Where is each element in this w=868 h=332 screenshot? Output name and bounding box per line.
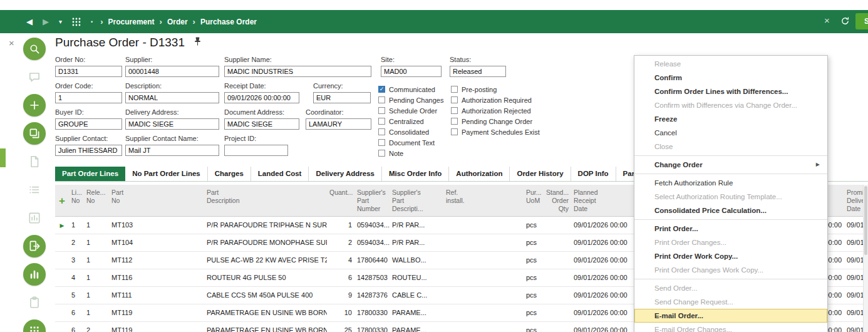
breadcrumb-item-purchase-order[interactable]: Purchase Order — [200, 18, 257, 26]
checkbox-communicated[interactable]: ✓Communicated — [378, 85, 435, 93]
pin-icon[interactable] — [194, 36, 202, 49]
checkbox-box[interactable] — [378, 139, 385, 146]
field-label: Delivery Address: — [125, 108, 219, 116]
cell-line-no: 4 — [69, 269, 84, 286]
tab-authorization[interactable]: Authorization — [449, 167, 510, 181]
breadcrumb-item-order[interactable]: Order — [167, 18, 188, 26]
checkbox-pre-posting[interactable]: Pre-posting — [451, 85, 497, 93]
cell-part-description: PARAMETRAGE EN USINE WB BORNE... — [204, 304, 327, 321]
vertical-scrollbar[interactable] — [863, 185, 868, 332]
sidebar-add-icon[interactable] — [23, 94, 46, 117]
supplier-name-input[interactable] — [224, 66, 371, 77]
checkbox-note[interactable]: Note — [378, 149, 403, 157]
project-id-input[interactable] — [224, 145, 288, 156]
menu-item-confirm-order-lines-with-differences[interactable]: Confirm Order Lines with Differences... — [634, 85, 827, 98]
sidebar-chart-icon[interactable] — [23, 207, 46, 229]
search-button[interactable]: Se — [855, 13, 868, 29]
sidebar-apps-icon[interactable] — [23, 319, 46, 332]
tab-delivery-address[interactable]: Delivery Address — [309, 167, 382, 181]
sidebar-document-icon[interactable] — [23, 150, 46, 173]
menu-item-print-order[interactable]: Print Order... — [634, 222, 827, 236]
checkbox-box[interactable] — [451, 128, 458, 135]
checkbox-box[interactable] — [378, 96, 385, 103]
checkbox-box[interactable] — [378, 128, 385, 135]
refresh-icon[interactable] — [840, 16, 850, 28]
checkbox-box[interactable] — [451, 86, 458, 93]
checkbox-box[interactable] — [451, 107, 458, 114]
cell-pur-uom: pcs — [524, 217, 544, 234]
menu-separator — [634, 155, 827, 156]
checkbox-box[interactable]: ✓ — [378, 86, 385, 93]
sidebar-comment-icon[interactable] — [23, 66, 46, 88]
coordinator-input[interactable] — [306, 118, 371, 130]
menu-item-print-order-work-copy[interactable]: Print Order Work Copy... — [634, 249, 827, 263]
sidebar-export-icon[interactable] — [23, 235, 46, 257]
tab-dop-info[interactable]: DOP Info — [571, 167, 616, 181]
menu-item-confirm[interactable]: Confirm — [634, 71, 827, 85]
sidebar-list-icon[interactable] — [23, 179, 46, 201]
checkbox-consolidated[interactable]: Consolidated — [378, 128, 429, 136]
checkbox-pending-changes[interactable]: Pending Changes — [378, 96, 443, 104]
buyer-id-input[interactable] — [55, 118, 122, 130]
tab-charges[interactable]: Charges — [208, 167, 251, 181]
description-input[interactable] — [125, 92, 219, 103]
menu-item-consolidated-price-calculation[interactable]: Consolidated Price Calculation... — [634, 204, 827, 217]
field-label: Document Address: — [224, 108, 299, 116]
cell-std-order-qty — [544, 217, 571, 234]
menu-item-e-mail-order[interactable]: E-mail Order... — [634, 309, 827, 323]
breadcrumb-item-procurement[interactable]: Procurement — [108, 18, 155, 26]
tab-misc-order-info[interactable]: Misc Order Info — [382, 167, 449, 181]
checkbox-payment-schedules-exist[interactable]: Payment Schedules Exist — [451, 128, 540, 136]
checkbox-centralized[interactable]: Centralized — [378, 117, 424, 125]
cell-supplier-part-description: P/R PAR... — [390, 234, 443, 251]
tab-landed-cost[interactable]: Landed Cost — [251, 167, 309, 181]
menu-item-cancel[interactable]: Cancel — [634, 126, 827, 140]
delivery-address-input[interactable] — [125, 118, 219, 130]
sidebar-search-icon[interactable] — [23, 38, 46, 60]
checkbox-box[interactable] — [451, 96, 458, 103]
tab-part-order-lines[interactable]: Part Order Lines — [55, 167, 125, 181]
checkbox-box[interactable] — [378, 107, 385, 114]
checkbox-box[interactable] — [378, 150, 385, 157]
cell-release-no: 1 — [84, 252, 109, 269]
currency-input[interactable] — [313, 92, 371, 103]
supplier-input[interactable] — [125, 66, 219, 77]
menu-item-freeze[interactable]: Freeze — [634, 112, 827, 126]
checkbox-document-text[interactable]: Document Text — [378, 138, 435, 147]
sidebar-clipboard-icon[interactable] — [23, 291, 46, 314]
sidebar-bar-chart-icon[interactable] — [23, 263, 46, 286]
forward-icon[interactable]: ▶ — [43, 18, 49, 26]
chevron-down-icon[interactable]: ▾ — [59, 19, 62, 25]
menu-item-fetch-authorization-rule[interactable]: Fetch Authorization Rule — [634, 176, 827, 190]
site-input[interactable] — [381, 66, 442, 77]
menu-separator — [634, 279, 827, 279]
checkbox-pending-change-order[interactable]: Pending Change Order — [451, 117, 532, 125]
cell-quantity: 9 — [327, 287, 354, 304]
tab-order-history[interactable]: Order History — [510, 167, 571, 181]
checkbox-authorization-required[interactable]: Authorization Required — [451, 96, 532, 104]
close-icon[interactable]: × — [824, 16, 830, 25]
cell-part-no: MT112 — [109, 252, 204, 269]
panel-close-icon[interactable]: × — [9, 38, 14, 48]
checkbox-schedule-order[interactable]: Schedule Order — [378, 106, 437, 115]
cell-supplier-part-description: ROUTEU... — [390, 269, 443, 286]
supplier-contact-name-input[interactable] — [125, 145, 219, 156]
scrollbar-thumb[interactable] — [864, 186, 867, 255]
apps-grid-icon[interactable] — [72, 18, 81, 26]
order-code-input[interactable] — [55, 92, 122, 103]
order-no-input[interactable] — [55, 66, 122, 77]
back-icon[interactable]: ◀ — [26, 18, 33, 26]
sidebar-duplicate-icon[interactable] — [23, 122, 46, 145]
add-line-button[interactable]: + — [59, 197, 65, 205]
supplier-contact-input[interactable] — [55, 145, 122, 156]
column-header-ref-install: Ref. install. — [443, 185, 524, 216]
tab-no-part-order-lines[interactable]: No Part Order Lines — [125, 167, 208, 181]
menu-item-change-order[interactable]: Change Order▶ — [634, 158, 827, 172]
checkbox-box[interactable] — [378, 118, 385, 125]
status-input[interactable] — [450, 66, 506, 77]
document-address-input[interactable] — [224, 118, 299, 130]
cell-supplier-part-number: 17806440 — [354, 252, 390, 269]
receipt-date-input[interactable] — [224, 92, 299, 103]
checkbox-authorization-rejected[interactable]: Authorization Rejected — [451, 106, 531, 115]
checkbox-box[interactable] — [451, 118, 458, 125]
